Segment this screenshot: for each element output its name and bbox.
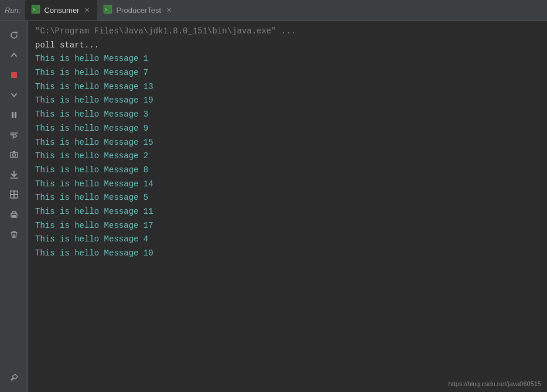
scroll-down-button[interactable] [5, 86, 23, 104]
producertest-tab-close[interactable]: ✕ [165, 6, 173, 15]
console-line-3: This is hello Message 13 [28, 80, 547, 94]
console-line-8: This is hello Message 2 [28, 149, 547, 163]
print-button[interactable] [5, 205, 23, 224]
console-line-6: This is hello Message 9 [28, 122, 547, 136]
run-label: Run: [5, 6, 20, 15]
trash-button[interactable] [5, 225, 23, 244]
console-line-1: This is hello Message 1 [28, 52, 547, 66]
console-line-2: This is hello Message 7 [28, 66, 547, 80]
console-line-12: This is hello Message 11 [28, 205, 547, 219]
console-line-0: poll start... [28, 39, 547, 53]
svg-rect-5 [12, 112, 13, 118]
producertest-tab-label: ProducerTest [116, 6, 161, 15]
screenshot-button[interactable] [5, 145, 23, 164]
tab-producertest[interactable]: >_ ProducerTest ✕ [97, 0, 179, 21]
pause-button[interactable] [5, 105, 23, 124]
console-line-14: This is hello Message 4 [28, 233, 547, 247]
rerun-button[interactable] [5, 26, 23, 45]
consumer-tab-close[interactable]: ✕ [83, 6, 91, 15]
console-output[interactable]: "C:\Program Files\Java\jdk1.8.0_151\bin\… [28, 21, 547, 392]
import-button[interactable] [5, 165, 23, 184]
svg-text:>_: >_ [33, 7, 39, 12]
svg-rect-12 [11, 195, 14, 198]
console-line-10: This is hello Message 14 [28, 178, 547, 192]
tab-consumer[interactable]: >_ Consumer ✕ [25, 0, 97, 21]
main-area: "C:\Program Files\Java\jdk1.8.0_151\bin\… [0, 21, 547, 392]
logout-button[interactable] [5, 185, 23, 204]
producertest-tab-icon: >_ [103, 5, 112, 16]
console-line-4: This is hello Message 19 [28, 94, 547, 108]
console-lines: poll start...This is hello Message 1This… [28, 39, 547, 261]
watermark: https://blog.csdn.net/java060515 [449, 380, 541, 387]
svg-rect-6 [15, 112, 16, 118]
consumer-tab-label: Consumer [44, 6, 79, 15]
toolbar [0, 21, 28, 392]
svg-point-8 [12, 154, 15, 156]
console-line-7: This is hello Message 15 [28, 136, 547, 150]
svg-rect-10 [11, 191, 14, 195]
stop-button[interactable] [5, 66, 23, 84]
console-line-11: This is hello Message 5 [28, 191, 547, 205]
console-line-5: This is hello Message 3 [28, 108, 547, 122]
pin-button[interactable] [5, 369, 23, 387]
scroll-up-button[interactable] [5, 46, 23, 64]
svg-rect-15 [12, 215, 16, 217]
consumer-tab-icon: >_ [31, 5, 40, 16]
console-line-9: This is hello Message 8 [28, 163, 547, 178]
svg-rect-11 [14, 191, 18, 195]
tab-bar: Run: >_ Consumer ✕ >_ ProducerTest ✕ [0, 0, 547, 21]
console-line-13: This is hello Message 17 [28, 219, 547, 233]
svg-rect-4 [11, 72, 17, 78]
console-path-line: "C:\Program Files\Java\jdk1.8.0_151\bin\… [28, 25, 547, 39]
svg-text:>_: >_ [105, 7, 111, 12]
svg-rect-13 [14, 195, 18, 198]
console-line-15: This is hello Message 10 [28, 247, 547, 261]
wrap-button[interactable] [5, 125, 23, 144]
